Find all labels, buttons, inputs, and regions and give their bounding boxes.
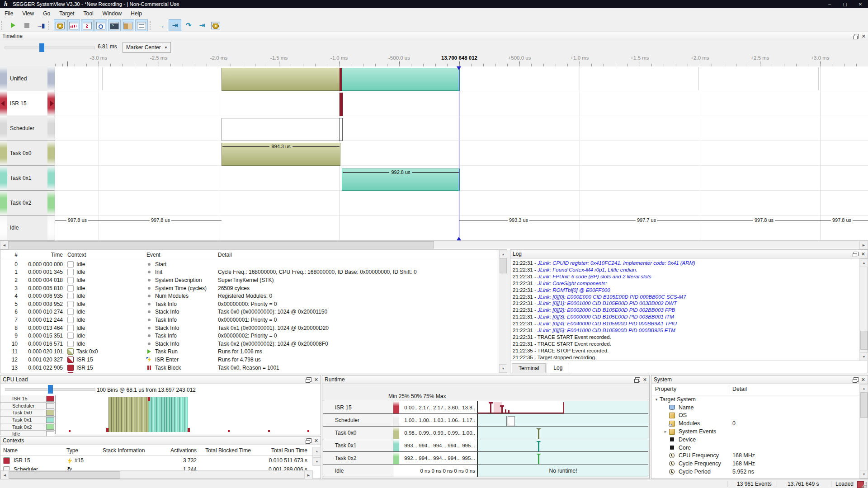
- log-vscrollbar[interactable]: ▲ ▼: [859, 258, 868, 361]
- task1-run-bar[interactable]: 992.8 us: [342, 169, 460, 191]
- scroll-left-icon[interactable]: ◀: [0, 471, 9, 479]
- gear-arrow-button[interactable]: [209, 19, 222, 31]
- close-panel-icon[interactable]: ✕: [643, 378, 647, 381]
- step-into-button[interactable]: ⇥: [169, 19, 181, 31]
- scroll-down-icon[interactable]: ▼: [860, 470, 868, 479]
- legend-row[interactable]: ISR 15: [0, 395, 55, 403]
- track-label[interactable]: ISR 15: [0, 91, 55, 116]
- terminal-window-button[interactable]: [108, 19, 121, 31]
- float-panel-icon[interactable]: [854, 252, 859, 256]
- slider-handle[interactable]: [48, 385, 53, 394]
- contexts-hscrollbar[interactable]: ◀ ▶: [0, 470, 313, 479]
- contexts-vscrollbar[interactable]: ▲ ▼: [312, 447, 321, 466]
- event-list-button[interactable]: [135, 19, 148, 31]
- start-recording-button[interactable]: [7, 19, 19, 31]
- legend-row[interactable]: Task 0x2: [0, 423, 55, 431]
- isr15-run-bar[interactable]: [340, 93, 343, 116]
- scroll-down-icon[interactable]: ▼: [499, 364, 507, 373]
- event-row[interactable]: 4 0.000 006 935 Idle Num Modules Registe…: [0, 292, 507, 300]
- scrollbar-thumb[interactable]: [500, 258, 507, 273]
- menu-item[interactable]: Tool: [79, 9, 98, 18]
- system-tree-row[interactable]: Core: [651, 444, 860, 452]
- overflow-left-icon[interactable]: [1, 101, 5, 106]
- float-panel-icon[interactable]: [854, 34, 859, 38]
- scrollbar-thumb[interactable]: [860, 331, 868, 350]
- col-num[interactable]: #: [0, 252, 18, 258]
- step-arrow-button[interactable]: →: [155, 19, 168, 31]
- log-tab[interactable]: Log: [547, 363, 569, 373]
- system-vscrollbar[interactable]: ▲ ▼: [859, 384, 868, 479]
- scrollbar-thumb[interactable]: [860, 392, 868, 418]
- system-tree-row[interactable]: Modules 0: [651, 419, 860, 427]
- timeline-zoom-button[interactable]: [94, 19, 107, 31]
- unified-task0-bar[interactable]: [222, 68, 340, 91]
- float-panel-icon[interactable]: [635, 377, 640, 382]
- overflow-right-icon[interactable]: [50, 101, 54, 106]
- contexts-book-button[interactable]: [122, 19, 134, 31]
- step-out-button[interactable]: ⇥: [196, 19, 208, 31]
- event-row[interactable]: 1 0.000 001 345 Idle Init Cycle Freq.: 1…: [0, 268, 507, 277]
- scrollbar-thumb[interactable]: [8, 241, 434, 249]
- timeline-marker[interactable]: [459, 66, 459, 240]
- col-event[interactable]: Event: [146, 252, 218, 258]
- runtime-row[interactable]: Task 0x0 0.98.. 0.99.. 0.99.. 0.99.. 1.0…: [323, 427, 648, 439]
- scroll-up-icon[interactable]: ▲: [860, 384, 868, 393]
- event-row[interactable]: 8 0.000 013 464 Idle Stack Info Task 0x1…: [0, 324, 507, 332]
- events-vscrollbar[interactable]: ▲ ▼: [499, 250, 507, 373]
- track-label[interactable]: Unified: [0, 66, 55, 91]
- cpu-load-graph-button[interactable]: [81, 19, 94, 31]
- scrollbar-thumb[interactable]: [9, 471, 120, 479]
- system-tree-row[interactable]: Cycle Period 5.952 ns: [651, 468, 860, 476]
- log-output[interactable]: 21:22:31 - JLink: CPUID register: 0x410F…: [510, 258, 868, 361]
- close-panel-icon[interactable]: ✕: [314, 378, 318, 381]
- events-header[interactable]: # Time Context Event Detail: [0, 250, 507, 260]
- scroll-right-icon[interactable]: ▶: [859, 241, 868, 249]
- log-tab[interactable]: Terminal: [512, 363, 546, 373]
- event-row[interactable]: 9 0.000 015 351 Idle Task Info 0x0000000…: [0, 332, 507, 340]
- legend-row[interactable]: Task 0x0: [0, 409, 55, 417]
- event-row[interactable]: 7 0.000 012 244 Idle Task Info 0x0000000…: [0, 316, 507, 324]
- resize-grip[interactable]: [862, 482, 867, 488]
- system-tree-row[interactable]: ▾ Target System: [651, 395, 860, 404]
- marker-mode-dropdown[interactable]: Marker Center ▼: [123, 42, 171, 53]
- timeline-plot[interactable]: 994.3 us 992.8 us 997.8 us997.8 us993.3 …: [55, 66, 868, 240]
- scroll-down-icon[interactable]: ▼: [313, 457, 321, 466]
- event-row[interactable]: 3 0.000 005 810 Idle System Time (cycles…: [0, 284, 507, 292]
- timeline-hscrollbar[interactable]: ◀ ▶: [0, 240, 868, 249]
- float-panel-icon[interactable]: [307, 438, 311, 443]
- context-row[interactable]: ISR 15 #15 3 732 0.010 511 673 s: [0, 456, 313, 465]
- track-label[interactable]: Task 0x2: [0, 191, 55, 216]
- tree-chevron-icon[interactable]: ▸: [662, 429, 669, 434]
- runtime-row[interactable]: Task 0x2 992... 994... 994... 994... 995…: [323, 452, 648, 465]
- event-row[interactable]: 11 0.000 020 101 Task 0x0 Task Run Runs …: [0, 348, 507, 356]
- scheduler-box[interactable]: [222, 118, 343, 141]
- scroll-up-icon[interactable]: ▲: [499, 250, 507, 258]
- close-panel-icon[interactable]: ✕: [314, 439, 318, 442]
- scheduler-run-box[interactable]: [339, 118, 343, 141]
- minimize-button[interactable]: –: [822, 0, 837, 8]
- system-tree-row[interactable]: Device: [651, 436, 860, 444]
- close-panel-icon[interactable]: ✕: [861, 252, 865, 256]
- menu-item[interactable]: Target: [55, 9, 79, 18]
- system-tree-row[interactable]: CPU Frequency 168 MHz: [651, 452, 860, 460]
- legend-row[interactable]: Scheduler: [0, 403, 55, 410]
- event-row[interactable]: 12 0.001 020 327 ISR 15 ISR Enter Runs f…: [0, 356, 507, 364]
- scroll-right-icon[interactable]: ▶: [304, 471, 313, 479]
- menu-item[interactable]: Go: [38, 9, 55, 18]
- task0-run-bar[interactable]: 994.3 us: [222, 143, 340, 166]
- runtime-row[interactable]: Scheduler 1.00.. 1.00.. 1.03.. 1.06.. 1.…: [323, 414, 648, 427]
- system-tree-row[interactable]: OS: [651, 412, 860, 420]
- track-label[interactable]: Idle: [0, 216, 55, 240]
- cpu-load-slider[interactable]: [5, 388, 95, 391]
- system-tree-row[interactable]: Name: [651, 404, 860, 412]
- menu-item[interactable]: Help: [126, 9, 146, 18]
- goto-marker-button[interactable]: →▮: [34, 19, 47, 31]
- maximize-button[interactable]: ▢: [837, 0, 853, 8]
- event-row[interactable]: 13 0.001 022 905 ISR 15 Task Block Task …: [0, 364, 507, 372]
- events-graph-button[interactable]: [67, 19, 80, 31]
- cpu-load-chart[interactable]: [56, 395, 320, 434]
- tree-chevron-icon[interactable]: ▾: [653, 397, 660, 402]
- runtime-row[interactable]: ISR 15 0.00.. 2.17.. 2.17.. 3.60.. 13.8.…: [323, 401, 648, 414]
- runtime-row[interactable]: Task 0x1 993... 994... 994... 994... 995…: [323, 439, 648, 452]
- close-panel-icon[interactable]: ✕: [862, 34, 866, 38]
